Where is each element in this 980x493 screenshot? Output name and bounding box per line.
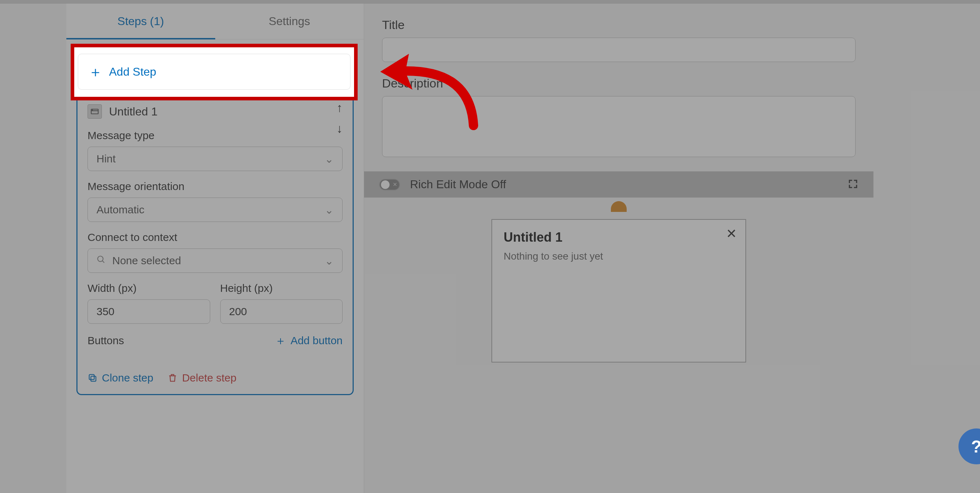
clone-step-link[interactable]: Clone step — [88, 372, 153, 384]
expand-icon[interactable] — [848, 178, 858, 191]
svg-point-3 — [97, 256, 103, 261]
copy-icon — [88, 373, 97, 383]
preview-popup: ✕ Untitled 1 Nothing to see just yet — [492, 219, 746, 363]
popup-title: Untitled 1 — [504, 230, 734, 245]
step-header: Untitled 1 ↑ ↓ — [88, 104, 342, 119]
close-icon: × — [393, 180, 397, 189]
title-label: Title — [382, 18, 856, 32]
reorder-arrows: ↑ ↓ — [336, 102, 342, 134]
plus-icon: ＋ — [275, 335, 286, 346]
preview-area: ✕ Untitled 1 Nothing to see just yet — [382, 197, 856, 363]
buttons-label: Buttons — [88, 334, 124, 347]
title-input[interactable] — [382, 38, 856, 62]
rich-edit-label: Rich Edit Mode Off — [410, 178, 506, 191]
add-button-link[interactable]: ＋ Add button — [275, 334, 342, 347]
close-icon[interactable]: ✕ — [726, 226, 737, 241]
message-type-select[interactable]: Hint ⌄ — [88, 147, 342, 171]
app-window: Steps (1) Settings ＋ Add Step Untitled 1 — [0, 0, 980, 493]
popup-body: Nothing to see just yet — [504, 251, 734, 262]
step-title: Untitled 1 — [109, 105, 158, 118]
height-input[interactable] — [220, 299, 343, 324]
move-up-button[interactable]: ↑ — [336, 102, 342, 114]
search-icon — [97, 254, 106, 267]
chevron-down-icon: ⌄ — [325, 204, 334, 216]
left-gutter — [0, 3, 66, 493]
message-type-label: Message type — [88, 129, 342, 142]
height-label: Height (px) — [220, 282, 343, 294]
chevron-down-icon: ⌄ — [325, 254, 334, 267]
orientation-label: Message orientation — [88, 180, 342, 192]
width-label: Width (px) — [88, 282, 210, 294]
plus-icon: ＋ — [88, 65, 103, 79]
svg-line-4 — [102, 261, 104, 262]
add-step-button-spotlight[interactable]: ＋ Add Step — [78, 54, 350, 90]
tabs: Steps (1) Settings — [66, 3, 364, 40]
move-down-button[interactable]: ↓ — [336, 122, 342, 134]
tab-steps[interactable]: Steps (1) — [66, 3, 215, 39]
svg-rect-6 — [89, 375, 94, 380]
tutorial-spotlight: ＋ Add Step — [71, 44, 358, 100]
delete-step-link[interactable]: Delete step — [167, 372, 236, 384]
width-input[interactable] — [88, 299, 210, 324]
rich-edit-toggle[interactable]: × — [379, 179, 400, 190]
svg-rect-5 — [91, 376, 96, 381]
trash-icon — [167, 373, 178, 383]
top-bar — [0, 0, 980, 3]
content-panel: Title Description × Rich Edit Mode Off ✕… — [364, 3, 873, 493]
step-card: Untitled 1 ↑ ↓ Message type Hint ⌄ — [76, 93, 354, 395]
orientation-select[interactable]: Automatic ⌄ — [88, 197, 342, 222]
chevron-down-icon: ⌄ — [325, 153, 334, 165]
tab-settings[interactable]: Settings — [215, 3, 364, 39]
description-input[interactable] — [382, 96, 856, 157]
description-label: Description — [382, 76, 856, 91]
preview-pin-icon — [611, 201, 627, 212]
context-select[interactable]: None selected ⌄ — [88, 248, 342, 273]
add-step-label-spotlight: Add Step — [109, 65, 156, 78]
context-label: Connect to context — [88, 231, 342, 243]
svg-point-2 — [92, 110, 92, 110]
rich-edit-bar: × Rich Edit Mode Off — [364, 172, 873, 197]
right-gutter — [873, 3, 980, 493]
step-type-icon — [88, 104, 102, 119]
